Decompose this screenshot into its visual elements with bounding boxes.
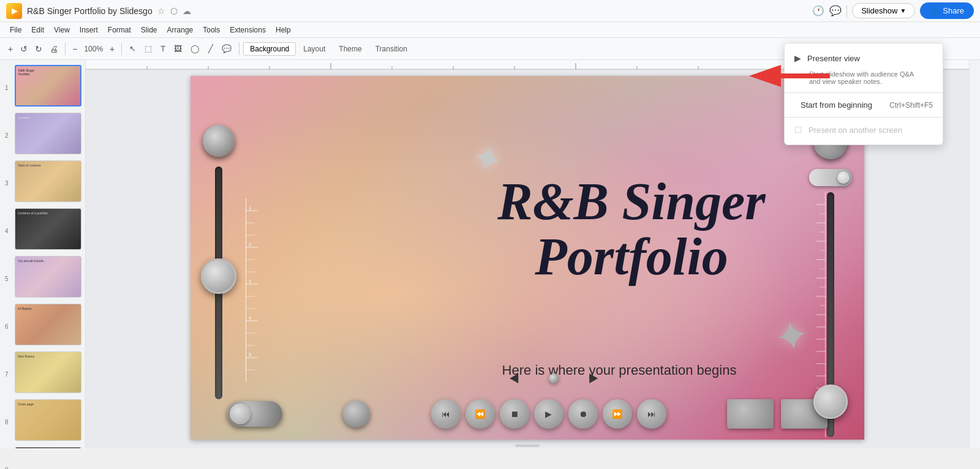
right-slider-handle[interactable] [813, 385, 848, 419]
control-knob-2[interactable] [343, 400, 370, 427]
slide-title: R&B Singer Portfolio [448, 174, 815, 285]
menu-view[interactable]: View [49, 24, 75, 36]
bottom-controls-row: ⏮ ⏪ ⏹ ▶ ⏺ ⏩ [227, 399, 827, 429]
folder-icon[interactable]: ⬡ [170, 6, 178, 16]
slide-wrapper-5: 5 You should include... [4, 256, 81, 301]
presenter-view-icon: ▶ [794, 53, 801, 63]
transition-button[interactable]: Transition [369, 43, 413, 55]
right-toggle-switch[interactable] [809, 169, 852, 186]
slide-thumb-7-label: Intro Rooms [18, 355, 78, 358]
slide-wrapper-8: 8 Cover page [4, 399, 81, 445]
menu-file[interactable]: File [5, 24, 26, 36]
text-tool[interactable]: T [157, 42, 169, 55]
layout-button[interactable]: Layout [297, 43, 331, 55]
toggle-knob-main [230, 403, 251, 424]
monitor-icons [727, 399, 827, 429]
transport-btn-stop[interactable]: ⏹ [500, 399, 529, 429]
slide-thumb-1-label: R&B SingerPortfolio [18, 69, 78, 76]
slideshow-button[interactable]: Slideshow ▼ [852, 3, 915, 18]
star-icon[interactable]: ☆ [157, 6, 165, 16]
line-tool[interactable]: ╱ [205, 42, 217, 55]
right-slider-track[interactable] [827, 192, 834, 437]
left-knob-top[interactable] [203, 125, 235, 157]
transport-controls: ⏮ ⏪ ⏹ ▶ ⏺ ⏩ [431, 399, 666, 429]
comment-icon[interactable]: 💬 [829, 5, 842, 17]
transport-btn-end[interactable]: ⏭ [637, 399, 666, 429]
transport-btn-2[interactable]: ⏪ [466, 399, 495, 429]
slide-num-5: 5 [5, 276, 9, 282]
slide-thumb-6[interactable]: UI Rooms [15, 304, 81, 345]
slide-num-1: 1 [5, 84, 9, 91]
left-slider-track[interactable] [215, 167, 222, 399]
svg-text:3: 3 [249, 279, 252, 284]
transport-btn-ff[interactable]: ⏩ [603, 399, 632, 429]
presenter-view-label: Presenter view [807, 54, 860, 63]
theme-button[interactable]: Theme [333, 43, 368, 55]
comment-tool[interactable]: 💬 [218, 42, 235, 55]
divider [846, 5, 847, 17]
undo-button[interactable]: ↺ [17, 42, 31, 56]
transport-btn-1[interactable]: ⏮ [431, 399, 461, 429]
slide-canvas[interactable]: 1 2 3 4 5 [190, 76, 864, 440]
slideshow-dropdown: ▶ Presenter view Start slideshow with au… [784, 43, 943, 145]
transport-btn-3[interactable]: ⏺ [568, 399, 598, 429]
slide-thumb-8-label: Cover page [18, 402, 78, 406]
dropdown-divider-2 [785, 117, 943, 118]
arrow-tail [781, 73, 830, 78]
slide-thumb-5[interactable]: You should include... [15, 256, 81, 298]
slide-thumb-9[interactable]: My work [15, 447, 81, 448]
toggle-knob [837, 171, 850, 184]
print-button[interactable]: 🖨 [47, 42, 61, 56]
slide-thumb-2[interactable]: Contents [15, 113, 81, 154]
slide-thumb-8[interactable]: Cover page [15, 399, 81, 441]
share-button[interactable]: 👤 Share [920, 2, 974, 19]
scroll-bar[interactable] [515, 445, 540, 447]
start-from-beginning-item[interactable]: Start from beginning Ctrl+Shift+F5 [785, 96, 943, 114]
cloud-icon[interactable]: ☁ [183, 6, 191, 16]
redo-button[interactable]: ↻ [32, 42, 45, 56]
shape-tool[interactable]: ◯ [187, 42, 203, 55]
slide-thumb-4-label: Contents of a portfolio [18, 211, 78, 215]
menu-arrange[interactable]: Arrange [162, 24, 198, 36]
cursor-tool[interactable]: + [5, 42, 16, 56]
menu-edit[interactable]: Edit [26, 24, 49, 36]
ruler-marks-left: 1 2 3 4 5 [246, 198, 270, 385]
toggle-switch-main[interactable] [227, 401, 282, 427]
slide-num-8: 8 [5, 419, 9, 426]
dropdown-arrow-icon: ▼ [900, 7, 906, 14]
app-title: R&B Singer Portfolio by Slidesgo [27, 6, 153, 16]
toolbar-divider-1 [65, 43, 66, 55]
present-another-screen-item[interactable]: ☐ Present on another screen [785, 120, 943, 140]
background-button[interactable]: Background [243, 42, 296, 56]
menu-extensions[interactable]: Extensions [225, 24, 271, 36]
share-icon: 👤 [930, 7, 939, 15]
select-tool[interactable]: ↖ [126, 42, 140, 55]
slide-thumb-7[interactable]: Intro Rooms [15, 351, 81, 393]
zoom-out-button[interactable]: − [69, 42, 80, 56]
menu-slide[interactable]: Slide [136, 24, 162, 36]
menu-insert[interactable]: Insert [75, 24, 103, 36]
slide-thumb-6-label: UI Rooms [18, 307, 78, 310]
left-slider-handle[interactable] [201, 258, 236, 294]
svg-text:1: 1 [249, 205, 252, 211]
transport-btn-play[interactable]: ▶ [534, 399, 564, 429]
slide-thumb-3[interactable]: Table of contents [15, 160, 81, 202]
slides-panel: 1 R&B SingerPortfolio 2 Contents 3 Table… [0, 60, 86, 448]
start-from-beginning-label: Start from beginning [801, 100, 883, 110]
present-another-screen-label: Present on another screen [809, 126, 902, 135]
zoom-in-button[interactable]: + [107, 42, 118, 56]
monitor-icon-1[interactable] [727, 399, 774, 429]
slide-thumb-4[interactable]: Contents of a portfolio [15, 208, 81, 250]
history-icon[interactable]: 🕐 [812, 5, 824, 17]
menu-tools[interactable]: Tools [198, 24, 225, 36]
rect-tool[interactable]: ⬚ [141, 42, 156, 55]
menu-help[interactable]: Help [271, 24, 296, 36]
title-bar: ▶ R&B Singer Portfolio by Slidesgo ☆ ⬡ ☁… [0, 0, 980, 22]
playhead-right-icon [589, 373, 598, 383]
slide-thumb-1[interactable]: R&B SingerPortfolio [15, 65, 81, 107]
menu-format[interactable]: Format [103, 24, 136, 36]
slide-thumb-3-label: Table of contents [18, 163, 78, 167]
menu-bar: File Edit View Insert Format Slide Arran… [0, 22, 980, 38]
slide-num-6: 6 [5, 323, 9, 330]
image-tool[interactable]: 🖼 [170, 42, 186, 55]
